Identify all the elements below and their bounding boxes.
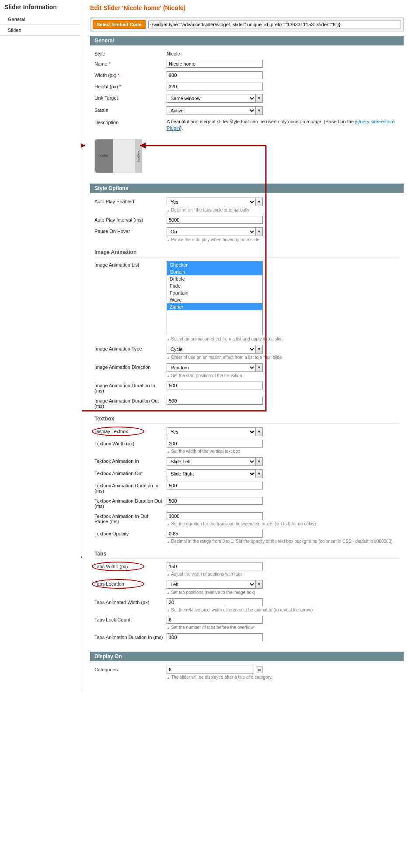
anim-option-fountain[interactable]: Fountain	[167, 289, 262, 296]
section-style-options-header: Style Options	[90, 184, 404, 193]
tabs-width-input[interactable]	[167, 562, 263, 570]
anim-direction-hint: Set the start position of the transition	[167, 373, 399, 378]
anim-option-wave[interactable]: Wave	[167, 296, 262, 303]
preview-textbox-label: textbox	[135, 139, 141, 173]
anim-list-label: Image Animation List	[94, 261, 167, 267]
textbox-pause-input[interactable]	[167, 512, 263, 520]
autoplay-select[interactable]: Yes	[167, 198, 255, 206]
chevron-down-icon: ▼	[255, 580, 263, 589]
autoplay-label: Auto Play Enabled	[94, 198, 167, 204]
tabs-animdur-label: Tabs Animation Duration In (ms)	[94, 633, 167, 640]
pause-select[interactable]: On	[167, 227, 255, 236]
width-input[interactable]	[167, 71, 263, 79]
tabs-animdur-input[interactable]	[167, 633, 263, 641]
sidebar-title: Slider Information	[0, 0, 81, 14]
textbox-opacity-input[interactable]	[167, 530, 263, 538]
style-label: Style	[94, 50, 167, 56]
anim-list-hint: Select an animation effect from a list a…	[167, 337, 399, 341]
height-input[interactable]	[167, 83, 263, 90]
select-embed-button[interactable]: Select Embed Code	[93, 20, 146, 29]
tabs-width-label: Tabs Width (px)	[94, 562, 167, 569]
categories-input[interactable]	[167, 666, 254, 674]
textbox-width-hint: Set the width of the vertical text box	[167, 449, 399, 454]
textbox-width-input[interactable]	[167, 440, 263, 448]
image-animation-heading: Image Animation	[94, 246, 399, 257]
anim-option-fade[interactable]: Fade	[167, 282, 262, 289]
tabs-width-hint: Adjust the width of sections with tabs	[167, 572, 399, 576]
link-target-label: Link Target	[94, 94, 167, 101]
textbox-display-select[interactable]: Yes	[167, 427, 255, 436]
textbox-animin-select[interactable]: Slide Left	[167, 457, 255, 466]
main-content: Edit Slider 'Nicole home' (Nicole) Selec…	[81, 0, 408, 690]
tabs-location-select[interactable]: Left	[167, 580, 255, 589]
style-value: Nicole	[167, 50, 399, 56]
tabs-animwidth-label: Tabs Animated Width (px)	[94, 598, 167, 605]
autoplay-hint: Determine if the tabs cycle automaticall…	[167, 208, 399, 212]
textbox-durout-label: Textbox Animation Duration Out (ms)	[94, 497, 167, 509]
anim-direction-label: Image Animation Direction	[94, 363, 167, 370]
anim-direction-select[interactable]: Random	[167, 363, 255, 372]
textbox-width-label: Textbox Width (px)	[94, 440, 167, 446]
link-target-select[interactable]: Same window	[167, 94, 255, 103]
section-general-header: General	[90, 36, 404, 45]
anim-option-curtain[interactable]: Curtain	[167, 268, 262, 275]
tabs-lockcount-input[interactable]	[167, 616, 263, 624]
page-title: Edit Slider 'Nicole home' (Nicole)	[90, 0, 404, 17]
sidebar-tab-label: Slides	[8, 28, 21, 33]
height-label: Height (px) *	[94, 83, 167, 89]
description-preview-image: tabs textbox	[94, 139, 142, 173]
textbox-durout-input[interactable]	[167, 497, 263, 505]
tabs-lockcount-label: Tabs Lock Count	[94, 616, 167, 622]
chevron-down-icon: ▼	[255, 469, 263, 478]
tabs-location-label: Tabs Location	[94, 580, 167, 587]
anim-option-zipper[interactable]: Zipper	[167, 303, 262, 310]
anim-durout-label: Image Animation Duration Out (ms)	[94, 397, 167, 409]
textbox-durin-label: Textbox Animation Duration In (ms)	[94, 482, 167, 493]
section-display-on-header: Display On	[90, 652, 404, 661]
textbox-display-label: Display Textbox	[94, 427, 167, 434]
textbox-pause-hint: Set the duration for the transition betw…	[167, 521, 399, 526]
status-select[interactable]: Active	[167, 106, 255, 115]
name-input[interactable]	[167, 60, 263, 68]
pause-label: Pause On Hover	[94, 227, 167, 234]
svg-marker-0	[81, 143, 85, 148]
tabs-animwidth-input[interactable]	[167, 598, 263, 606]
sidebar-tab-slides[interactable]: Slides	[0, 25, 81, 36]
anim-option-checker[interactable]: Checker	[167, 261, 262, 268]
anim-type-select[interactable]: Cycle	[167, 345, 255, 354]
anim-type-hint: Order of use an animation effect from a …	[167, 355, 399, 360]
textbox-animout-select[interactable]: Slide Right	[167, 469, 255, 478]
anim-durin-input[interactable]	[167, 382, 263, 389]
textbox-durin-input[interactable]	[167, 482, 263, 490]
sidebar-tab-label: General	[8, 17, 25, 22]
categories-label: Categories	[94, 666, 167, 672]
chevron-down-icon: ▼	[255, 345, 263, 354]
preview-tabs-label: tabs	[95, 139, 113, 173]
sidebar-tab-general[interactable]: General	[0, 14, 81, 25]
interval-input[interactable]	[167, 216, 263, 224]
status-label: Status	[94, 106, 167, 113]
chevron-down-icon: ▼	[255, 198, 263, 206]
tabs-heading: Tabs	[94, 547, 399, 559]
tabs-lockcount-hint: Set the number of tabs before the overfl…	[167, 625, 399, 630]
categories-hint: The slider will be displayed after a tit…	[167, 675, 399, 680]
chevron-down-icon: ▼	[255, 427, 263, 436]
anim-durout-input[interactable]	[167, 397, 263, 405]
anim-list-multiselect[interactable]: Checker Curtain Dribble Fade Fountain Wa…	[167, 261, 263, 335]
chevron-down-icon: ▼	[255, 227, 263, 236]
tabs-animwidth-hint: Set the relative pixel width difference …	[167, 608, 399, 612]
width-label: Width (px) *	[94, 71, 167, 78]
categories-picker-icon[interactable]: ☰	[256, 666, 263, 673]
anim-type-label: Image Animation Type	[94, 345, 167, 351]
anim-durin-label: Image Animation Duration In (ms)	[94, 382, 167, 393]
pause-hint: Pause the auto play when hovering on a s…	[167, 237, 399, 242]
textbox-opacity-hint: Decimal in the range from 0 to 1: Set th…	[167, 539, 399, 544]
name-label: Name *	[94, 60, 167, 66]
tabs-location-hint: Set tab positions (relative to the image…	[167, 590, 399, 595]
chevron-down-icon: ▼	[255, 94, 263, 103]
embed-code-input[interactable]	[148, 21, 401, 28]
description-label: Description	[94, 118, 167, 125]
textbox-heading: Textbox	[94, 412, 399, 424]
anim-option-dribble[interactable]: Dribble	[167, 275, 262, 282]
description-text: A beautiful and elegant slider style tha…	[167, 118, 399, 132]
